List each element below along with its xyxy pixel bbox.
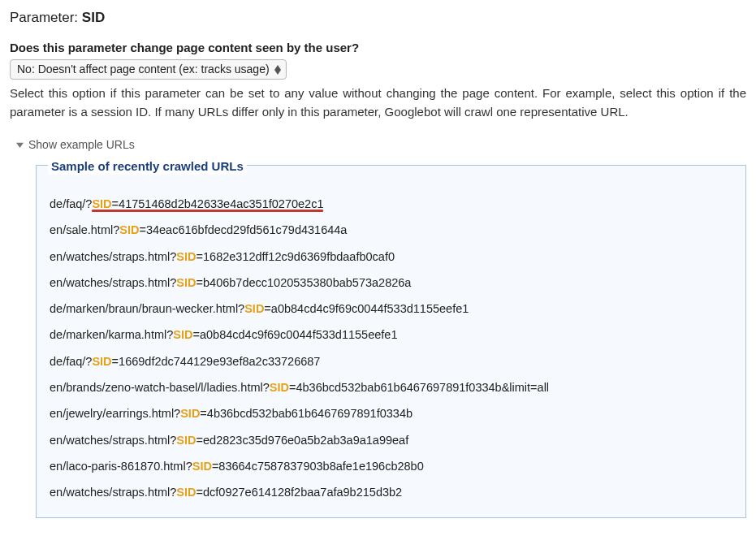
- url-prefix: de/marken/braun/braun-wecker.html?: [50, 302, 244, 315]
- url-row: en/watches/straps.html?SID=1682e312dff12…: [48, 244, 734, 270]
- select-selected-value: No: Doesn't affect page content (ex: tra…: [17, 62, 270, 78]
- page-content-effect-select[interactable]: No: Doesn't affect page content (ex: tra…: [10, 59, 287, 80]
- url-param-token: SID: [176, 250, 196, 263]
- url-param-token: SID: [119, 223, 139, 236]
- url-prefix: en/jewelry/earrings.html?: [50, 407, 180, 420]
- url-suffix: =4b36bcd532bab61b6467697891f0334b: [200, 407, 413, 420]
- question-label: Does this parameter change page content …: [10, 39, 746, 56]
- url-prefix: en/sale.html?: [50, 223, 119, 236]
- url-row: en/watches/straps.html?SID=ed2823c35d976…: [48, 427, 734, 453]
- option-description: Select this option if this parameter can…: [10, 84, 746, 121]
- expander-label: Show example URLs: [28, 137, 135, 153]
- url-prefix: en/watches/straps.html?: [50, 276, 176, 289]
- url-suffix: =1682e312dff12c9d6369fbdaafb0caf0: [197, 250, 395, 263]
- url-row: de/faq/?SID=41751468d2b42633e4ac351f0270…: [48, 191, 734, 217]
- url-prefix: en/watches/straps.html?: [50, 486, 176, 499]
- url-param-token: SID: [176, 486, 196, 499]
- url-suffix: =b406b7decc1020535380bab573a2826a: [197, 276, 412, 289]
- url-param-token: SID: [176, 434, 196, 447]
- url-prefix: de/marken/karma.html?: [50, 328, 173, 341]
- sample-box-legend: Sample of recently crawled URLs: [48, 158, 247, 175]
- url-param-token: SID: [176, 276, 196, 289]
- caret-down-icon: [16, 137, 24, 153]
- url-param-token: SID: [92, 355, 111, 368]
- url-prefix: en/brands/zeno-watch-basel/l/ladies.html…: [50, 381, 270, 394]
- url-param-token: SID: [92, 197, 111, 210]
- url-suffix: =ed2823c35d976e0a5b2ab3a9a1a99eaf: [197, 434, 409, 447]
- svg-marker-1: [274, 70, 281, 75]
- select-arrows-icon: [274, 65, 281, 75]
- url-list: de/faq/?SID=41751468d2b42633e4ac351f0270…: [48, 191, 734, 506]
- url-row: en/watches/straps.html?SID=dcf0927e61412…: [48, 479, 734, 505]
- sample-urls-box: Sample of recently crawled URLs de/faq/?…: [36, 165, 746, 518]
- url-suffix: =34eac616bfdecd29fd561c79d431644a: [139, 223, 347, 236]
- url-row: en/brands/zeno-watch-basel/l/ladies.html…: [48, 374, 734, 400]
- url-suffix: =4b36bcd532bab61b6467697891f0334b&limit=…: [289, 381, 549, 394]
- url-param-token: SID: [180, 407, 200, 420]
- url-row: de/faq/?SID=1669df2dc744129e93ef8a2c3372…: [48, 348, 734, 374]
- url-suffix: =1669df2dc744129e93ef8a2c33726687: [112, 355, 321, 368]
- url-param-token: SID: [192, 460, 212, 473]
- url-param-token: SID: [244, 302, 264, 315]
- highlight-underline: [92, 210, 323, 212]
- url-param-token: SID: [173, 328, 192, 341]
- url-row: en/jewelry/earrings.html?SID=4b36bcd532b…: [48, 400, 734, 426]
- url-suffix: =41751468d2b42633e4ac351f0270e2c1: [112, 197, 324, 210]
- show-example-urls-toggle[interactable]: Show example URLs: [16, 137, 135, 153]
- url-suffix: =a0b84cd4c9f69c0044f533d1155eefe1: [192, 328, 397, 341]
- url-prefix: en/laco-paris-861870.html?: [50, 460, 192, 473]
- url-suffix: =dcf0927e614128f2baa7afa9b215d3b2: [197, 486, 403, 499]
- url-prefix: en/watches/straps.html?: [50, 250, 176, 263]
- url-prefix: en/watches/straps.html?: [50, 434, 176, 447]
- url-row: en/laco-paris-861870.html?SID=83664c7587…: [48, 453, 734, 479]
- url-row: en/watches/straps.html?SID=b406b7decc102…: [48, 270, 734, 296]
- parameter-header: Parameter: SID: [10, 8, 746, 28]
- url-prefix: de/faq/?: [50, 197, 92, 210]
- url-row: en/sale.html?SID=34eac616bfdecd29fd561c7…: [48, 217, 734, 243]
- parameter-label: Parameter:: [10, 10, 78, 25]
- parameter-value: SID: [82, 10, 105, 25]
- url-row: de/marken/braun/braun-wecker.html?SID=a0…: [48, 296, 734, 322]
- url-suffix: =83664c7587837903b8afe1e196cb28b0: [212, 460, 424, 473]
- url-param-token: SID: [270, 381, 289, 394]
- svg-marker-2: [16, 143, 24, 148]
- url-suffix: =a0b84cd4c9f69c0044f533d1155eefe1: [264, 302, 469, 315]
- url-prefix: de/faq/?: [50, 355, 92, 368]
- url-row: de/marken/karma.html?SID=a0b84cd4c9f69c0…: [48, 322, 734, 348]
